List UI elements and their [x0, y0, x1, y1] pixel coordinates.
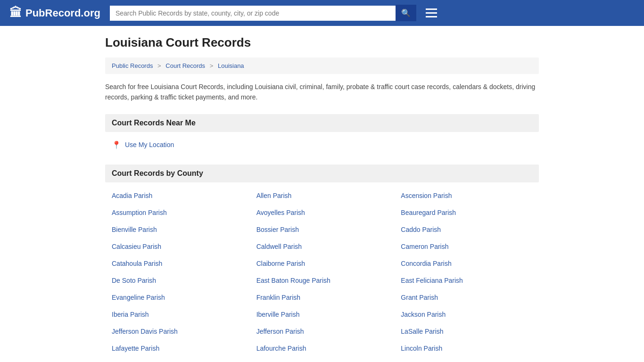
location-pin-icon: 📍 — [112, 140, 121, 149]
site-header: 🏛 PubRecord.org 🔍 — [0, 0, 644, 26]
building-icon: 🏛 — [9, 6, 22, 20]
county-list-item[interactable]: Jefferson Davis Parish — [105, 323, 250, 340]
search-bar-container: 🔍 — [110, 5, 416, 21]
search-input[interactable] — [110, 6, 396, 21]
county-list-item[interactable]: Caldwell Parish — [250, 238, 395, 255]
county-list-item[interactable]: Avoyelles Parish — [250, 204, 395, 221]
county-list-item[interactable]: Iberville Parish — [250, 306, 395, 323]
breadcrumb-separator: > — [210, 62, 215, 69]
main-content: Louisiana Court Records Public Records >… — [96, 26, 548, 362]
use-location-button[interactable]: 📍 Use My Location — [105, 137, 539, 153]
county-list-item[interactable]: Beauregard Parish — [394, 204, 539, 221]
county-list-item[interactable]: Concordia Parish — [394, 255, 539, 272]
county-list-item[interactable]: Claiborne Parish — [250, 255, 395, 272]
near-me-header: Court Records Near Me — [105, 114, 539, 132]
breadcrumb: Public Records > Court Records > Louisia… — [105, 58, 539, 74]
county-list-item[interactable]: Madison Parish — [250, 357, 395, 362]
county-list-item[interactable]: Lafourche Parish — [250, 340, 395, 357]
county-list-item[interactable]: Livingston Parish — [105, 357, 250, 362]
county-list-item[interactable]: Grant Parish — [394, 289, 539, 306]
county-list-item[interactable]: Jefferson Parish — [250, 323, 395, 340]
page-description: Search for free Louisiana Court Records,… — [105, 82, 539, 103]
county-list-item[interactable]: Franklin Parish — [250, 289, 395, 306]
county-list-item[interactable]: Lincoln Parish — [394, 340, 539, 357]
county-list-item[interactable]: Lafayette Parish — [105, 340, 250, 357]
county-list-item[interactable]: Morehouse Parish — [394, 357, 539, 362]
county-list-item[interactable]: Bossier Parish — [250, 221, 395, 238]
county-list-item[interactable]: Ascension Parish — [394, 187, 539, 204]
county-list-item[interactable]: Assumption Parish — [105, 204, 250, 221]
hamburger-line — [426, 8, 437, 10]
site-logo[interactable]: 🏛 PubRecord.org — [9, 6, 100, 20]
county-section: Court Records by County Acadia ParishAll… — [105, 165, 539, 362]
logo-text: PubRecord.org — [25, 7, 100, 19]
county-list-item[interactable]: Bienville Parish — [105, 221, 250, 238]
county-list-item[interactable]: Jackson Parish — [394, 306, 539, 323]
county-list-item[interactable]: Evangeline Parish — [105, 289, 250, 306]
breadcrumb-separator: > — [157, 62, 163, 69]
county-list-item[interactable]: De Soto Parish — [105, 272, 250, 289]
use-location-label: Use My Location — [125, 141, 174, 148]
county-list-item[interactable]: Allen Parish — [250, 187, 395, 204]
county-list-item[interactable]: Calcasieu Parish — [105, 238, 250, 255]
hamburger-line — [426, 12, 437, 14]
county-list-item[interactable]: Caddo Parish — [394, 221, 539, 238]
county-list-item[interactable]: Iberia Parish — [105, 306, 250, 323]
county-list-item[interactable]: Catahoula Parish — [105, 255, 250, 272]
near-me-section: Court Records Near Me 📍 Use My Location — [105, 114, 539, 153]
search-button[interactable]: 🔍 — [396, 5, 416, 21]
county-list-item[interactable]: LaSalle Parish — [394, 323, 539, 340]
county-grid: Acadia ParishAllen ParishAscension Paris… — [105, 187, 539, 362]
search-icon: 🔍 — [401, 9, 411, 17]
menu-button[interactable] — [426, 8, 437, 17]
county-list-item[interactable]: East Feliciana Parish — [394, 272, 539, 289]
breadcrumb-louisiana[interactable]: Louisiana — [218, 62, 244, 69]
county-list-item[interactable]: Cameron Parish — [394, 238, 539, 255]
hamburger-line — [426, 16, 437, 17]
county-list-item[interactable]: East Baton Rouge Parish — [250, 272, 395, 289]
breadcrumb-court-records[interactable]: Court Records — [165, 62, 205, 69]
county-section-header: Court Records by County — [105, 165, 539, 182]
county-list-item[interactable]: Acadia Parish — [105, 187, 250, 204]
page-title: Louisiana Court Records — [105, 35, 539, 50]
breadcrumb-public-records[interactable]: Public Records — [112, 62, 153, 69]
